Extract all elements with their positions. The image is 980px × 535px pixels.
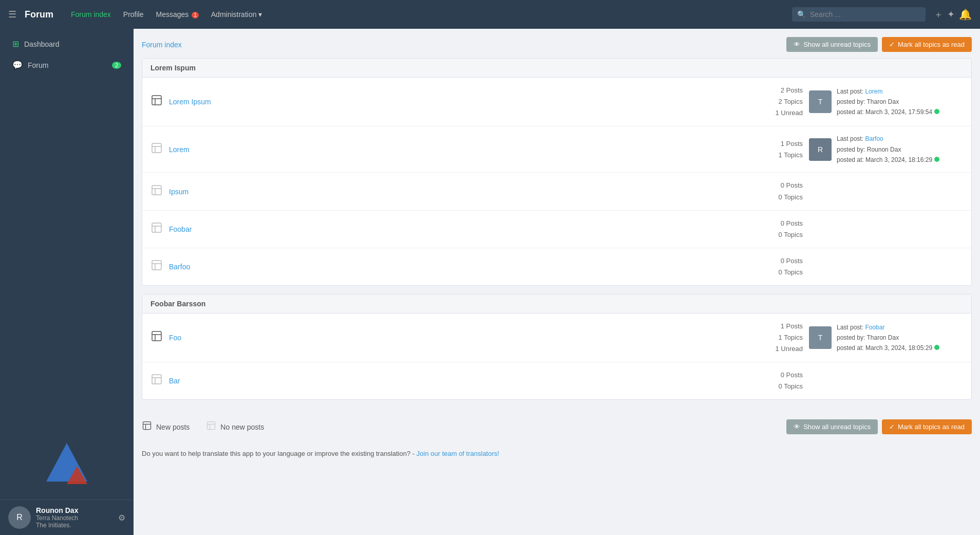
footer-bar: New posts No new posts 👁 S xyxy=(142,408,972,446)
no-new-posts-icon xyxy=(150,184,163,199)
forum-row: Bar 0 Posts 0 Topics xyxy=(142,362,971,399)
show-unread-button[interactable]: 👁 Show all unread topics xyxy=(786,37,878,52)
last-post-info: Last post: Lorem posted by: Tharon Dax p… xyxy=(837,86,939,118)
sidebar-item-forum[interactable]: 💬 Forum 2 xyxy=(4,55,129,75)
new-posts-icon xyxy=(150,330,163,345)
svg-rect-27 xyxy=(208,422,215,430)
last-post-info: Last post: Barfoo posted by: Rounon Dax … xyxy=(837,134,939,165)
sidebar: ⊞ Dashboard 💬 Forum 2 R Rounon Dax Terra… xyxy=(0,29,134,535)
navbar-action-icons: ＋ ✦ 🔔 xyxy=(934,8,972,21)
forum-link[interactable]: Lorem xyxy=(169,145,190,154)
forum-unread-badge: 2 xyxy=(112,62,121,69)
search-bar: 🔍 xyxy=(792,7,926,22)
svg-rect-24 xyxy=(143,422,151,430)
svg-rect-21 xyxy=(152,375,161,384)
forum-link[interactable]: Foo xyxy=(169,334,181,342)
forum-row: Foo 1 Posts 1 Topics 1 Unread T Last pos… xyxy=(142,313,971,362)
footer-show-unread-button[interactable]: 👁 Show all unread topics xyxy=(786,419,878,434)
forum-link[interactable]: Barfoo xyxy=(169,263,190,271)
forum-row: Barfoo 0 Posts 0 Topics xyxy=(142,248,971,285)
forum-title: Foo xyxy=(169,334,745,342)
forum-stats: 0 Posts 0 Topics xyxy=(751,180,803,202)
svg-rect-15 xyxy=(152,261,161,270)
sidebar-user-section: R Rounon Dax Terra Nanotech The Initiate… xyxy=(0,500,134,535)
forum-title: Lorem Ipsum xyxy=(169,98,745,106)
sidebar-org: Terra Nanotech xyxy=(36,514,113,522)
sidebar-role: The Initiates. xyxy=(36,522,113,529)
forum-stats: 1 Posts 1 Topics 1 Unread xyxy=(751,321,803,355)
translator-link[interactable]: Join our team of translators! xyxy=(417,450,499,457)
star-icon[interactable]: ✦ xyxy=(947,9,955,20)
svg-rect-6 xyxy=(152,143,161,153)
forum-row: Foobar 0 Posts 0 Topics xyxy=(142,211,971,248)
last-post: T Last post: Foobar posted by: Tharon Da… xyxy=(809,322,963,354)
forum-row: Lorem 1 Posts 1 Topics R Last post: Barf… xyxy=(142,126,971,173)
check-icon: ✓ xyxy=(889,423,895,431)
forum-link[interactable]: Ipsum xyxy=(169,188,189,196)
forum-section-lorem-ispum: Lorem Ispum Lorem Ipsum 2 Posts 2 Topics xyxy=(142,58,972,286)
no-new-posts-icon xyxy=(150,142,163,157)
last-post-info: Last post: Foobar posted by: Tharon Dax … xyxy=(837,322,939,354)
forum-title: Lorem xyxy=(169,145,745,154)
notification-icon[interactable]: 🔔 xyxy=(959,8,972,21)
forum-title: Barfoo xyxy=(169,263,745,271)
forum-title: Foobar xyxy=(169,225,745,233)
footer-mark-all-read-button[interactable]: ✓ Mark all topics as read xyxy=(882,419,972,434)
footer-legend: New posts No new posts xyxy=(142,414,264,439)
svg-rect-18 xyxy=(152,331,161,341)
sidebar-nav: ⊞ Dashboard 💬 Forum 2 xyxy=(0,33,134,422)
forum-link[interactable]: Lorem Ipsum xyxy=(169,98,211,106)
svg-rect-12 xyxy=(152,223,161,232)
header-actions: 👁 Show all unread topics ✓ Mark all topi… xyxy=(786,37,972,52)
footer-actions: 👁 Show all unread topics ✓ Mark all topi… xyxy=(786,419,972,434)
gear-icon[interactable]: ⚙ xyxy=(118,513,125,523)
sidebar-logo xyxy=(0,422,134,500)
nav-forum-index[interactable]: Forum index xyxy=(66,7,116,22)
navbar-brand: Forum xyxy=(25,9,53,20)
svg-rect-3 xyxy=(152,96,161,105)
last-post-link[interactable]: Foobar xyxy=(865,324,884,331)
sidebar-user-info: Rounon Dax Terra Nanotech The Initiates. xyxy=(36,506,113,529)
forum-stats: 2 Posts 2 Topics 1 Unread xyxy=(751,85,803,119)
forum-stats: 0 Posts 0 Topics xyxy=(751,370,803,392)
dashboard-icon: ⊞ xyxy=(12,39,19,49)
forum-stats: 0 Posts 0 Topics xyxy=(751,218,803,241)
last-post-avatar: T xyxy=(809,326,832,349)
nav-administration[interactable]: Administration ▾ xyxy=(206,7,268,22)
section-header: Foobar Barsson xyxy=(142,294,971,313)
forum-icon: 💬 xyxy=(12,60,23,70)
online-indicator xyxy=(934,109,939,114)
add-icon[interactable]: ＋ xyxy=(934,8,943,21)
new-posts-legend-icon xyxy=(142,420,152,433)
no-new-posts-icon xyxy=(150,222,163,237)
last-post-link[interactable]: Lorem xyxy=(865,88,882,95)
forum-link[interactable]: Foobar xyxy=(169,225,192,233)
check-icon: ✓ xyxy=(889,41,895,48)
hamburger-icon[interactable]: ☰ xyxy=(8,9,16,20)
forum-title: Ipsum xyxy=(169,188,745,196)
triangle-logo-icon xyxy=(41,438,92,489)
new-posts-legend-label: New posts xyxy=(156,423,190,431)
search-input[interactable] xyxy=(810,10,913,19)
forum-link[interactable]: Bar xyxy=(169,377,180,385)
eye-icon: 👁 xyxy=(794,41,800,48)
last-post-link[interactable]: Barfoo xyxy=(865,135,883,142)
search-icon: 🔍 xyxy=(797,10,806,19)
mark-all-read-button[interactable]: ✓ Mark all topics as read xyxy=(882,37,972,52)
dropdown-arrow-icon: ▾ xyxy=(258,10,262,19)
navbar: ☰ Forum Forum index Profile Messages 1 A… xyxy=(0,0,980,29)
sidebar-dashboard-label: Dashboard xyxy=(24,40,60,48)
forum-stats: 1 Posts 1 Topics xyxy=(751,138,803,161)
sidebar-username: Rounon Dax xyxy=(36,506,113,514)
no-new-posts-icon xyxy=(150,259,163,274)
nav-profile[interactable]: Profile xyxy=(118,7,149,22)
new-posts-icon xyxy=(150,94,163,109)
nav-messages[interactable]: Messages 1 xyxy=(151,7,204,22)
last-post-avatar: R xyxy=(809,138,832,161)
breadcrumb-link[interactable]: Forum index xyxy=(142,41,182,49)
last-post-avatar: T xyxy=(809,90,832,113)
sidebar-item-dashboard[interactable]: ⊞ Dashboard xyxy=(4,34,129,54)
navbar-links: Forum index Profile Messages 1 Administr… xyxy=(66,7,267,22)
online-indicator xyxy=(934,157,939,162)
legend-no-new-posts: No new posts xyxy=(206,420,264,433)
